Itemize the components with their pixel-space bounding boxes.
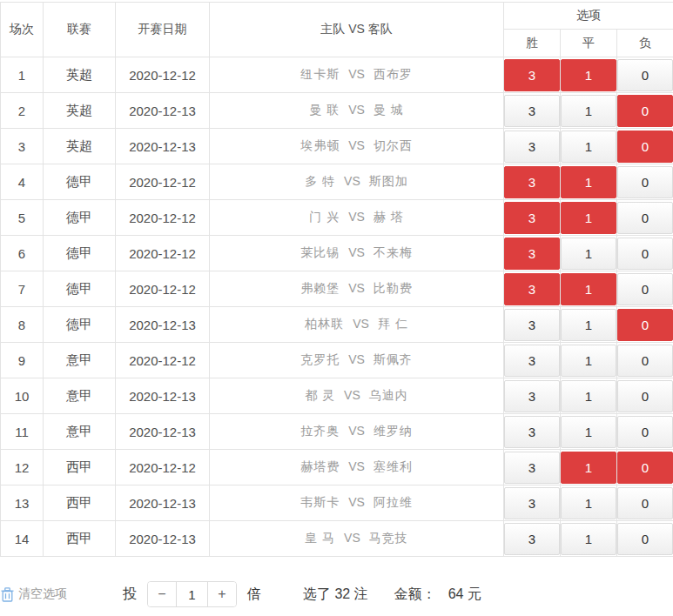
vs-label: VS [348,138,365,152]
teams-cell: 拉齐奥VS维罗纳 [210,414,504,450]
draw-option-cell: 1 [561,129,617,164]
odds-win-button[interactable]: 3 [504,95,560,127]
match-no-cell: 1 [1,57,44,93]
league-cell: 德甲 [44,164,116,200]
odds-draw-button[interactable]: 1 [561,345,616,377]
vs-label: VS [344,531,360,545]
odds-win-button[interactable]: 3 [504,452,560,484]
away-team-label: 拜 仁 [378,317,408,331]
odds-win-button[interactable]: 3 [504,238,560,270]
odds-lose-button[interactable]: 0 [617,202,673,234]
match-no-cell: 7 [1,271,44,307]
odds-lose-button[interactable]: 0 [617,131,673,163]
odds-lose-button[interactable]: 0 [617,416,673,448]
league-cell: 西甲 [44,521,116,557]
home-team-label: 柏林联 [305,317,344,331]
odds-lose-button[interactable]: 0 [617,309,673,341]
home-team-label: 埃弗顿 [300,138,340,152]
matches-table: 场次 联赛 开赛日期 主队 VS 客队 选项 胜 平 负 1 英超 2020-1… [0,2,673,557]
odds-lose-button[interactable]: 0 [617,452,673,484]
odds-win-button[interactable]: 3 [504,273,560,305]
lose-option-cell: 0 [617,129,673,164]
odds-draw-button[interactable]: 1 [561,131,616,163]
league-cell: 德甲 [44,307,116,343]
away-team-label: 马竞技 [369,531,408,545]
odds-draw-button[interactable]: 1 [561,523,616,555]
odds-draw-button[interactable]: 1 [561,238,616,270]
odds-draw-button[interactable]: 1 [561,59,616,91]
bet-summary: 选了 32 注 金额： 64 元 [303,586,481,604]
win-option-cell: 3 [504,236,561,271]
lose-option-cell: 0 [617,521,673,557]
odds-draw-button[interactable]: 1 [561,309,616,341]
odds-lose-button[interactable]: 0 [617,380,673,412]
odds-lose-button[interactable]: 0 [617,238,673,270]
odds-win-button[interactable]: 3 [504,345,560,377]
match-row: 5 德甲 2020-12-12 门 兴VS赫 塔 3 1 0 [1,200,673,236]
away-team-label: 曼 城 [374,103,404,117]
match-row: 7 德甲 2020-12-12 弗赖堡VS比勒费 3 1 0 [1,271,673,307]
amount-value: 64 元 [448,586,481,604]
win-option-cell: 3 [504,57,561,93]
odds-draw-button[interactable]: 1 [561,380,616,412]
odds-draw-button[interactable]: 1 [561,202,616,234]
draw-option-cell: 1 [561,307,617,343]
match-no-cell: 8 [1,307,44,343]
match-row: 1 英超 2020-12-12 纽卡斯VS西布罗 3 1 0 [1,57,673,93]
col-header-lose: 负 [617,30,673,57]
win-option-cell: 3 [504,450,561,485]
match-row: 8 德甲 2020-12-13 柏林联VS拜 仁 3 1 0 [1,307,673,343]
stake-decrease-button[interactable]: − [148,582,176,606]
date-cell: 2020-12-13 [116,93,210,129]
home-team-label: 皇 马 [305,531,335,545]
col-header-league: 联赛 [44,3,116,57]
odds-draw-button[interactable]: 1 [561,273,616,305]
home-team-label: 门 兴 [309,210,340,224]
date-cell: 2020-12-12 [116,57,210,93]
odds-draw-button[interactable]: 1 [561,487,616,519]
home-team-label: 多 特 [305,174,335,188]
odds-win-button[interactable]: 3 [504,59,560,91]
odds-draw-button[interactable]: 1 [561,95,616,127]
odds-lose-button[interactable]: 0 [617,523,673,555]
odds-draw-button[interactable]: 1 [561,416,616,448]
odds-lose-button[interactable]: 0 [617,273,673,305]
col-header-options: 选项 [504,3,673,30]
league-cell: 意甲 [44,343,116,378]
stake-group: 投 − + 倍 [123,581,261,607]
league-cell: 英超 [44,93,116,129]
league-cell: 德甲 [44,236,116,271]
lose-option-cell: 0 [617,450,673,485]
odds-lose-button[interactable]: 0 [617,59,673,91]
stake-value-input[interactable] [176,582,208,606]
win-option-cell: 3 [504,307,561,343]
odds-draw-button[interactable]: 1 [561,452,616,484]
odds-win-button[interactable]: 3 [504,202,560,234]
odds-lose-button[interactable]: 0 [617,487,673,519]
draw-option-cell: 1 [561,485,617,521]
date-cell: 2020-12-13 [116,307,210,343]
odds-win-button[interactable]: 3 [504,166,560,198]
teams-cell: 门 兴VS赫 塔 [210,200,504,236]
odds-win-button[interactable]: 3 [504,523,560,555]
odds-win-button[interactable]: 3 [504,487,560,519]
clear-selections-button[interactable]: 清空选项 [1,586,84,602]
odds-win-button[interactable]: 3 [504,416,560,448]
home-team-label: 弗赖堡 [300,281,340,295]
odds-lose-button[interactable]: 0 [617,345,673,377]
draw-option-cell: 1 [561,164,617,200]
match-row: 11 意甲 2020-12-13 拉齐奥VS维罗纳 3 1 0 [1,414,673,450]
date-cell: 2020-12-13 [116,521,210,557]
stake-increase-button[interactable]: + [208,582,236,606]
teams-cell: 多 特VS斯图加 [210,164,504,200]
odds-lose-button[interactable]: 0 [617,95,673,127]
odds-win-button[interactable]: 3 [504,131,560,163]
odds-win-button[interactable]: 3 [504,309,560,341]
odds-win-button[interactable]: 3 [504,380,560,412]
odds-lose-button[interactable]: 0 [617,166,673,198]
draw-option-cell: 1 [561,271,617,307]
lose-option-cell: 0 [617,343,673,378]
date-cell: 2020-12-12 [116,450,210,485]
odds-draw-button[interactable]: 1 [561,166,616,198]
date-cell: 2020-12-13 [116,485,210,521]
